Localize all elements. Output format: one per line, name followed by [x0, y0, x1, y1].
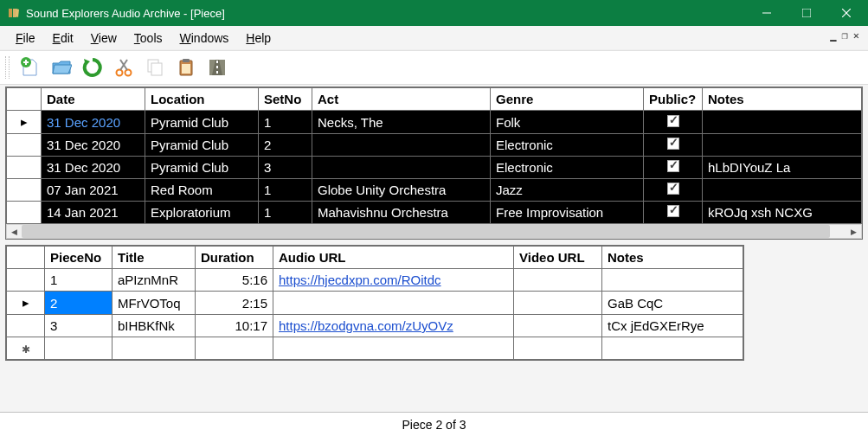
cell-public[interactable]	[644, 179, 703, 202]
cell-notes[interactable]: tCx jEdGXErRye	[602, 315, 743, 337]
cell-notes[interactable]: GaB CqC	[602, 292, 743, 315]
table-row[interactable]: 31 Dec 2020Pyramid Club2Electronic	[7, 134, 862, 157]
cell-setno[interactable]: 2	[259, 134, 312, 157]
maximize-button[interactable]	[787, 0, 826, 26]
cell-title[interactable]: aPIznMnR	[113, 269, 196, 292]
row-indicator[interactable]	[7, 269, 45, 292]
cell-public[interactable]	[644, 157, 703, 179]
mdi-close-icon[interactable]: ✕	[853, 29, 859, 42]
menu-view[interactable]: View	[84, 29, 124, 48]
cell-location[interactable]: Pyramid Club	[145, 134, 259, 157]
cell-video[interactable]	[514, 292, 602, 315]
table-row[interactable]: 3bIHBKfNk10:17https://bzodgvna.com/zUyOV…	[7, 315, 743, 337]
cell-video[interactable]	[514, 269, 602, 292]
cell-title[interactable]: MFrVOToq	[113, 292, 196, 315]
new-row[interactable]: ✱	[7, 337, 743, 360]
cell-location[interactable]: Pyramid Club	[145, 111, 259, 134]
checkbox-icon[interactable]	[667, 183, 679, 195]
open-button[interactable]	[48, 54, 75, 81]
row-indicator[interactable]	[7, 157, 42, 179]
cell-public[interactable]	[644, 111, 703, 134]
cut-button[interactable]	[110, 54, 138, 81]
cell-duration[interactable]: 2:15	[196, 292, 273, 315]
menu-tools[interactable]: Tools	[127, 29, 170, 48]
cell-date[interactable]: 14 Jan 2021	[42, 202, 145, 224]
table-row[interactable]: 14 Jan 2021Exploratorium1Mahavishnu Orch…	[7, 202, 862, 224]
audio-link[interactable]: https://hjecdxpn.com/ROitdc	[279, 272, 441, 287]
mdi-minimize-icon[interactable]: ▁	[830, 29, 836, 42]
menu-file[interactable]: File	[9, 29, 42, 48]
table-row[interactable]: 31 Dec 2020Pyramid Club3ElectronichLbDIY…	[7, 157, 862, 179]
detail-grid[interactable]: PieceNo Title Duration Audio URL Video U…	[5, 245, 744, 361]
cell-public[interactable]	[644, 202, 703, 224]
col-audio-url[interactable]: Audio URL	[273, 247, 514, 269]
refresh-button[interactable]	[79, 54, 106, 81]
col-location[interactable]: Location	[145, 88, 259, 111]
cell-act[interactable]: Mahavishnu Orchestra	[312, 202, 491, 224]
cell-date[interactable]: 07 Jan 2021	[42, 179, 145, 202]
cell-date[interactable]: 31 Dec 2020	[42, 157, 145, 179]
cell-location[interactable]: Pyramid Club	[145, 157, 259, 179]
cell-genre[interactable]: Jazz	[491, 179, 644, 202]
scroll-right-icon[interactable]: ▶	[846, 225, 861, 238]
cell-setno[interactable]: 1	[259, 179, 312, 202]
col-pieceno[interactable]: PieceNo	[45, 247, 113, 269]
checkbox-icon[interactable]	[667, 205, 679, 217]
mdi-restore-icon[interactable]: ❐	[842, 29, 848, 42]
paste-button[interactable]	[172, 54, 200, 81]
cell-duration[interactable]: 5:16	[196, 269, 273, 292]
table-row[interactable]: 1aPIznMnR5:16https://hjecdxpn.com/ROitdc	[7, 269, 743, 292]
cell-genre[interactable]: Electronic	[491, 134, 644, 157]
row-indicator[interactable]	[7, 315, 45, 337]
row-indicator[interactable]: ▸	[7, 292, 45, 315]
cell-act[interactable]: Globe Unity Orchestra	[312, 179, 491, 202]
checkbox-icon[interactable]	[667, 138, 679, 150]
cell-location[interactable]: Exploratorium	[145, 202, 259, 224]
col-public[interactable]: Public?	[644, 88, 703, 111]
close-button[interactable]	[826, 0, 866, 26]
cell-act[interactable]	[312, 134, 491, 157]
col-act[interactable]: Act	[312, 88, 491, 111]
cell-genre[interactable]: Folk	[491, 111, 644, 134]
scroll-thumb[interactable]	[22, 225, 830, 238]
cell-public[interactable]	[644, 134, 703, 157]
cell-pieceno[interactable]: 2	[45, 292, 113, 315]
cell-date[interactable]: 31 Dec 2020	[42, 134, 145, 157]
cell-notes[interactable]: hLbDIYouZ La	[703, 157, 862, 179]
cell-setno[interactable]: 1	[259, 111, 312, 134]
col-duration[interactable]: Duration	[196, 247, 273, 269]
table-row[interactable]: ▸31 Dec 2020Pyramid Club1Necks, TheFolk	[7, 111, 862, 134]
cell-audio[interactable]	[273, 292, 514, 315]
col-notes2[interactable]: Notes	[602, 247, 743, 269]
cell-pieceno[interactable]: 3	[45, 315, 113, 337]
cell-location[interactable]: Red Room	[145, 179, 259, 202]
cell-pieceno[interactable]: 1	[45, 269, 113, 292]
cell-audio[interactable]: https://hjecdxpn.com/ROitdc	[273, 269, 514, 292]
cell-notes[interactable]	[703, 179, 862, 202]
new-button[interactable]	[16, 54, 44, 81]
h-scrollbar[interactable]: ◀ ▶	[6, 224, 862, 239]
row-indicator[interactable]	[7, 202, 42, 224]
cell-notes[interactable]	[602, 269, 743, 292]
menu-windows[interactable]: Windows	[173, 29, 236, 48]
row-indicator[interactable]	[7, 134, 42, 157]
scroll-left-icon[interactable]: ◀	[7, 225, 22, 238]
cell-title[interactable]: bIHBKfNk	[113, 315, 196, 337]
menu-edit[interactable]: Edit	[46, 29, 80, 48]
cell-notes[interactable]	[703, 111, 862, 134]
cell-setno[interactable]: 1	[259, 202, 312, 224]
cell-notes[interactable]	[703, 134, 862, 157]
menu-help[interactable]: Help	[239, 29, 278, 48]
cell-setno[interactable]: 3	[259, 157, 312, 179]
col-date[interactable]: Date	[42, 88, 145, 111]
col-genre[interactable]: Genre	[491, 88, 644, 111]
cell-genre[interactable]: Electronic	[491, 157, 644, 179]
copy-button[interactable]	[141, 54, 169, 81]
table-row[interactable]: 07 Jan 2021Red Room1Globe Unity Orchestr…	[7, 179, 862, 202]
col-setno[interactable]: SetNo	[259, 88, 312, 111]
row-indicator[interactable]: ▸	[7, 111, 42, 134]
road-button[interactable]	[203, 54, 231, 81]
cell-notes[interactable]: kROJq xsh NCXG	[703, 202, 862, 224]
row-indicator[interactable]	[7, 179, 42, 202]
cell-audio[interactable]: https://bzodgvna.com/zUyOVz	[273, 315, 514, 337]
